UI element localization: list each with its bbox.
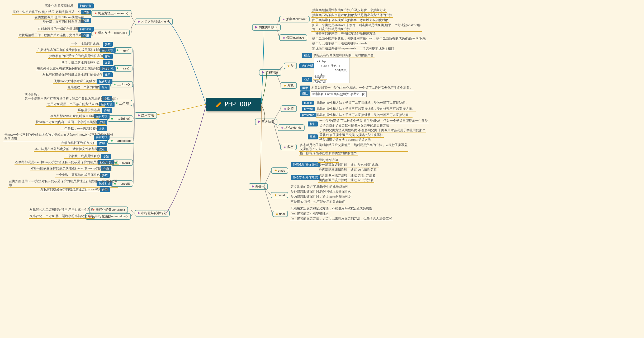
tag: 作用	[103, 54, 113, 59]
star-icon	[284, 107, 287, 111]
branch-three-features[interactable]: 三大特征	[255, 119, 277, 125]
tag: 作用	[103, 72, 113, 77]
node-inherit[interactable]: 继承extends	[278, 124, 305, 131]
label: 对象	[287, 83, 294, 87]
tag: 触发时机	[97, 79, 112, 84]
leaf: 一个父类(基类)可以被多个子类(派生类)继承，但是一个子类只能继承一个父类	[319, 119, 429, 123]
leaf: 对私有的或受保护的成员属性进行unset销毁控制	[40, 187, 109, 192]
tag: 作用	[97, 141, 107, 146]
node-const[interactable]: const	[271, 192, 288, 198]
node-class[interactable]: 类	[284, 63, 297, 69]
tag: 触发时间	[78, 27, 94, 32]
label: __autoload()	[114, 139, 131, 142]
label: static	[278, 169, 285, 172]
branch-serialize[interactable]: 串行化与反串行化	[135, 210, 170, 217]
tag: protected	[300, 113, 316, 117]
label: __call()	[119, 101, 129, 105]
leaf: 在类外部echo对象的时候自动调用	[50, 114, 99, 119]
tag: 参数	[101, 154, 111, 159]
flag-icon	[262, 71, 266, 74]
node-final[interactable]: final	[272, 211, 288, 217]
tag: 包含	[302, 77, 312, 82]
tag: 语法	[300, 91, 310, 96]
leaf: 对象是对某一个类的具体化概念。一个类可以通过实例化产生多个对象。	[311, 86, 414, 90]
leaf: 一种特殊的抽象类，声明的方法都是抽象方法	[311, 31, 376, 36]
label: 析构方法__destruct()	[98, 31, 127, 35]
root-label: PHP OOP	[224, 101, 251, 108]
node-object[interactable]: 对象	[281, 82, 297, 89]
tag: 重载	[308, 134, 318, 139]
label: __get()	[120, 49, 129, 52]
root-node[interactable]: PHP OOP	[206, 98, 261, 111]
node-tostring[interactable]: __toString()	[107, 115, 133, 122]
leaf: 修饰的属性和方法：子类不可以直接继承，类的外部不可以直接访问。	[316, 107, 416, 111]
leaf: 类外部获取该属性时，通过 类名::属性名称	[318, 163, 379, 167]
leaf: final 修饰的类不能够被继承	[290, 211, 329, 216]
label: __unset()	[117, 182, 130, 185]
tag: 参数	[103, 60, 113, 65]
leaf: 对象转化为二进制的字符串,来串行化一个对象	[29, 207, 94, 212]
node-destruct[interactable]: 析构方法__destruct()	[91, 30, 130, 36]
leaf: 由子类继承下来实现所有抽象类，才可以去实例化对象	[311, 18, 389, 23]
leaf: 本方法是在类外部定义的，请保持文件名与类名相同	[34, 147, 108, 152]
node-abstract[interactable]: 抽象类abstract	[279, 16, 310, 22]
branch-keywords[interactable]: 关键字	[249, 183, 268, 190]
label: __toString()	[114, 117, 130, 120]
leaf: 当子类继承了父类就可以使用父类中的成员和方法	[319, 123, 390, 128]
leaf: 定义常量的关键字,修饰类中的成员或属性	[290, 185, 349, 189]
star-icon	[116, 67, 120, 70]
node-static[interactable]: static	[271, 167, 288, 174]
tag: 静态成员(修饰属性)	[291, 162, 320, 167]
leaf: 类是具有相同属性和服务的一组对象的集合	[313, 53, 375, 58]
label: 类和对象	[266, 71, 278, 74]
node-serialize[interactable]: 串行化函数serialize()	[89, 206, 128, 213]
leaf: 类内部调用该方法时，通过 self::方法名	[318, 178, 374, 183]
star-icon	[94, 12, 98, 15]
label: 串行化函数serialize()	[96, 208, 125, 212]
leaf: 对私有的或受保护的成员属性进行isset和empty的判断控制	[30, 166, 112, 171]
tag: 特征	[308, 121, 318, 126]
node-encapsulation[interactable]: 封装	[281, 105, 297, 112]
node-interface[interactable]: 接口interface	[279, 34, 307, 41]
branch-class-object[interactable]: 类和对象	[259, 69, 281, 76]
leaf: fianl 修饰的父类方法，子类可以去调用父类的方法，但是子类无法去重写	[290, 216, 393, 221]
node-polymorphism[interactable]: 多态	[280, 144, 297, 150]
label: 反串行化函数unserialize()	[92, 214, 128, 218]
node-get[interactable]: __get()	[113, 47, 132, 54]
label: __set()	[120, 67, 129, 70]
tag: 概念	[300, 86, 310, 91]
label: 串行化与反串行化	[141, 211, 167, 215]
tag: 类的声明	[299, 63, 315, 68]
branch-magic[interactable]: 魔术方法	[135, 112, 157, 119]
leaf: 抽象类不能被实例化对象,抽象方法是指没有方法体的方法	[311, 13, 393, 18]
leaf: 两个，成员属性的名称和值	[61, 60, 100, 65]
leaf: 限制外部访问	[318, 158, 339, 163]
tag: 触发时间	[78, 3, 94, 8]
label: final	[279, 212, 285, 215]
label: 继承extends	[285, 126, 301, 130]
branch-abstract-interface[interactable]: 抽象类和接口	[252, 24, 281, 31]
label: __clone()	[117, 83, 130, 86]
label: 接口interface	[286, 36, 304, 40]
leaf: $对象名 = new 类名([参数1,参数2,...]);	[311, 91, 367, 97]
leaf: 类外部获取该属性时,通过 类名::常量属性名	[290, 190, 352, 194]
leaf: 在类外部访问私有的或受保护的成员属性时自动调用	[36, 48, 111, 53]
leaf: 类内部获取该属性时，通过 self::属性名称	[318, 167, 377, 172]
leaf: 在类里面调用 使用 $this->属性名称	[34, 15, 85, 20]
leaf: 在对象释放的一瞬间自动调用	[37, 27, 80, 31]
star-icon	[281, 126, 285, 130]
branch-construct-destruct[interactable]: 构造方法和析构方法	[135, 18, 173, 25]
pencil-icon	[216, 101, 222, 107]
tag: private	[302, 107, 315, 111]
star-icon	[276, 212, 279, 216]
label: 类	[291, 64, 294, 68]
leaf: 实例化对象立刻触发	[44, 3, 74, 8]
flag-icon	[252, 185, 255, 188]
node-clone[interactable]: __clone()	[110, 81, 133, 87]
label: 封装	[287, 107, 294, 111]
node-set[interactable]: __set()	[113, 65, 132, 72]
node-construct[interactable]: 构造方法__construct()	[91, 10, 131, 17]
star-icon	[282, 17, 286, 21]
leaf: 如果一个类使用abstract 未修饰，则该类就是抽象类,如果一个方法被abst…	[311, 23, 422, 32]
star-icon	[287, 64, 291, 68]
